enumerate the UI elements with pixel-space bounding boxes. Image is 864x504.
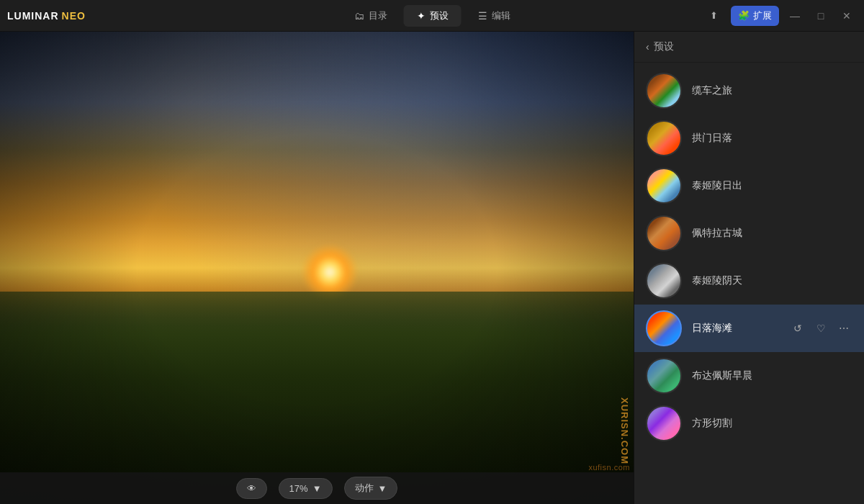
titlebar-right: ⬆ 🧩 扩展 — □ ✕	[703, 6, 857, 26]
tab-catalog[interactable]: 🗂 目录	[341, 5, 400, 27]
favorite-btn-tajmahal-sunrise[interactable]: ♡	[812, 177, 829, 194]
more-btn-cablecar[interactable]: ⋯	[835, 82, 852, 99]
thumb-inner-cablecar	[647, 74, 680, 107]
more-btn-petra[interactable]: ⋯	[835, 225, 852, 242]
favorite-btn-budapest[interactable]: ♡	[812, 367, 829, 384]
preset-item-arch-sunset[interactable]: 拱门日落 ↺ ♡ ⋯	[634, 114, 864, 162]
preset-name-tajmahal-sunrise: 泰姬陵日出	[692, 179, 779, 192]
zoom-chevron-icon: ▼	[312, 483, 322, 494]
preset-thumb-budapest	[646, 358, 682, 394]
preset-item-petra[interactable]: 佩特拉古城 ↺ ♡ ⋯	[634, 210, 864, 257]
thumb-inner-sunset-beach	[647, 312, 680, 345]
sidebar: ‹ 预设 缆车之旅 ↺ ♡ ⋯ 拱门日落 ↺ ♡ ⋯ 泰姬陵日出	[634, 32, 864, 504]
preset-thumb-sunset-beach	[646, 310, 682, 346]
logo-neo: NEO	[62, 10, 86, 22]
preset-thumb-square-cut	[646, 405, 682, 441]
reset-btn-sunset-beach[interactable]: ↺	[789, 320, 806, 337]
thumb-inner-arch-sunset	[647, 122, 680, 155]
watermark-vertical: XURISN.COM	[619, 397, 630, 464]
photo-canvas: XURISN.COM xufisn.com	[0, 32, 634, 504]
logo-luminar: LUMINAR	[7, 10, 59, 22]
reset-btn-petra[interactable]: ↺	[789, 225, 806, 242]
favorite-btn-arch-sunset[interactable]: ♡	[812, 130, 829, 147]
tab-presets-label: 预设	[430, 9, 449, 22]
preset-item-cablecar[interactable]: 缆车之旅 ↺ ♡ ⋯	[634, 67, 864, 114]
more-btn-tajmahal-cloudy[interactable]: ⋯	[835, 272, 852, 289]
preset-thumb-petra	[646, 215, 682, 251]
thumb-inner-square-cut	[647, 407, 680, 440]
reset-btn-cablecar[interactable]: ↺	[789, 82, 806, 99]
minimize-button[interactable]: —	[785, 6, 805, 26]
more-btn-tajmahal-sunrise[interactable]: ⋯	[835, 177, 852, 194]
zoom-value: 17%	[289, 483, 308, 494]
extend-button[interactable]: 🧩 扩展	[731, 6, 779, 26]
tab-catalog-label: 目录	[369, 9, 387, 22]
puzzle-icon: 🧩	[738, 10, 750, 21]
favorite-btn-sunset-beach[interactable]: ♡	[812, 320, 829, 337]
back-label: 预设	[654, 40, 674, 53]
share-icon: ⬆	[710, 10, 718, 21]
preset-thumb-tajmahal-sunrise	[646, 168, 682, 204]
preset-item-tajmahal-sunrise[interactable]: 泰姬陵日出 ↺ ♡ ⋯	[634, 162, 864, 210]
preset-item-budapest[interactable]: 布达佩斯早晨 ↺ ♡ ⋯	[634, 352, 864, 400]
preset-name-tajmahal-cloudy: 泰姬陵阴天	[692, 274, 779, 287]
preset-actions-sunset-beach: ↺ ♡ ⋯	[789, 320, 852, 337]
tab-presets[interactable]: ✦ 预设	[404, 5, 462, 27]
main-content: XURISN.COM xufisn.com 👁 17% ▼ 动作 ▼ ‹	[0, 32, 864, 504]
more-btn-square-cut[interactable]: ⋯	[835, 415, 852, 432]
preset-name-square-cut: 方形切割	[692, 417, 779, 430]
preset-thumb-cablecar	[646, 73, 682, 109]
titlebar: LUMINAR NEO 🗂 目录 ✦ 预设 ☰ 编辑 ⬆ 🧩 扩展 — □ ✕	[0, 0, 864, 32]
preset-thumb-tajmahal-cloudy	[646, 263, 682, 299]
reset-btn-budapest[interactable]: ↺	[789, 367, 806, 384]
reset-btn-tajmahal-sunrise[interactable]: ↺	[789, 177, 806, 194]
watermark-text: XURISN.COM	[619, 397, 630, 464]
action-button[interactable]: 动作 ▼	[344, 477, 398, 500]
preset-name-arch-sunset: 拱门日落	[692, 132, 779, 145]
action-label: 动作	[355, 482, 374, 495]
favorite-btn-cablecar[interactable]: ♡	[812, 82, 829, 99]
favorite-btn-square-cut[interactable]: ♡	[812, 415, 829, 432]
tab-edit[interactable]: ☰ 编辑	[465, 5, 523, 27]
edit-icon: ☰	[478, 10, 487, 22]
tab-edit-label: 编辑	[492, 9, 510, 22]
thumb-inner-budapest	[647, 359, 680, 392]
zoom-button[interactable]: 17% ▼	[279, 478, 333, 499]
favorite-btn-tajmahal-cloudy[interactable]: ♡	[812, 272, 829, 289]
preset-item-tajmahal-cloudy[interactable]: 泰姬陵阴天 ↺ ♡ ⋯	[634, 257, 864, 305]
presets-icon: ✦	[417, 10, 426, 22]
favorite-btn-petra[interactable]: ♡	[812, 225, 829, 242]
bottom-bar: 👁 17% ▼ 动作 ▼	[0, 472, 634, 504]
reset-btn-tajmahal-cloudy[interactable]: ↺	[789, 272, 806, 289]
watermark-text2: xufisn.com	[588, 463, 630, 472]
preset-name-budapest: 布达佩斯早晨	[692, 369, 779, 382]
thumb-inner-tajmahal-cloudy	[647, 264, 680, 297]
sidebar-header: ‹ 预设	[634, 32, 864, 63]
back-icon: ‹	[646, 41, 649, 53]
reset-btn-arch-sunset[interactable]: ↺	[789, 130, 806, 147]
reset-btn-square-cut[interactable]: ↺	[789, 415, 806, 432]
preset-thumb-arch-sunset	[646, 120, 682, 156]
preset-name-sunset-beach: 日落海滩	[692, 322, 779, 335]
more-btn-sunset-beach[interactable]: ⋯	[835, 320, 852, 337]
preset-name-petra: 佩特拉古城	[692, 227, 779, 240]
share-button[interactable]: ⬆	[703, 6, 725, 24]
more-btn-budapest[interactable]: ⋯	[835, 367, 852, 384]
maximize-button[interactable]: □	[811, 6, 831, 26]
eye-button[interactable]: 👁	[236, 478, 267, 499]
nav-tabs: 🗂 目录 ✦ 预设 ☰ 编辑	[341, 5, 523, 27]
back-button[interactable]: ‹ 预设	[646, 40, 674, 53]
close-button[interactable]: ✕	[837, 6, 857, 26]
watermark-horizontal: xufisn.com	[588, 463, 630, 472]
app-logo: LUMINAR NEO	[7, 10, 86, 22]
photo-area: XURISN.COM xufisn.com 👁 17% ▼ 动作 ▼	[0, 32, 634, 504]
action-chevron-icon: ▼	[378, 483, 387, 494]
preset-item-square-cut[interactable]: 方形切割 ↺ ♡ ⋯	[634, 400, 864, 447]
preset-item-sunset-beach[interactable]: 日落海滩 ↺ ♡ ⋯	[634, 305, 864, 352]
presets-list: 缆车之旅 ↺ ♡ ⋯ 拱门日落 ↺ ♡ ⋯ 泰姬陵日出 ↺ ♡ ⋯ 佩特拉古城	[634, 63, 864, 504]
more-btn-arch-sunset[interactable]: ⋯	[835, 130, 852, 147]
preset-name-cablecar: 缆车之旅	[692, 84, 779, 97]
thumb-inner-petra	[647, 217, 680, 250]
catalog-icon: 🗂	[354, 10, 364, 22]
extend-label: 扩展	[753, 9, 772, 22]
